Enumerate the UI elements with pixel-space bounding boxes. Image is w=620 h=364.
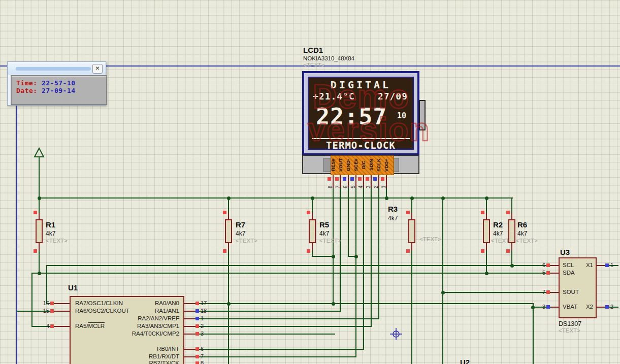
wire-segment[interactable] [228, 250, 229, 364]
wire-segment[interactable] [378, 188, 379, 319]
close-icon[interactable]: ✕ [92, 64, 103, 74]
resistor-ref[interactable]: R7 [236, 220, 245, 229]
wire-segment[interactable] [348, 188, 349, 257]
junction-dot [441, 291, 445, 294]
wire-segment[interactable] [228, 198, 229, 213]
pin-stub [228, 243, 229, 250]
wire-segment[interactable] [486, 250, 487, 274]
resistor-body[interactable] [508, 219, 515, 243]
pin-stub [551, 265, 559, 266]
u3-pin-label: X1 [574, 262, 593, 268]
resistor-body[interactable] [225, 219, 232, 243]
wire-segment[interactable] [312, 198, 313, 213]
wire-segment[interactable] [194, 334, 335, 335]
pin-tag [195, 324, 199, 328]
resistor-ref[interactable]: R3 [388, 205, 398, 213]
pin-tag [34, 249, 37, 253]
wire-segment[interactable] [194, 349, 364, 350]
resistor-ref[interactable]: R1 [46, 220, 55, 229]
resistor-placeholder: <TEXT> [319, 238, 341, 244]
wire-segment[interactable] [194, 318, 379, 319]
pin-tag [307, 211, 310, 214]
resistor-ref[interactable]: R6 [517, 220, 527, 229]
wire-segment[interactable] [39, 250, 40, 274]
wire-segment[interactable] [442, 198, 443, 364]
pin-tag [50, 324, 54, 328]
wire-segment[interactable] [39, 157, 40, 198]
pin-tag [195, 347, 199, 351]
pin-stub [411, 243, 412, 250]
date-label: Date: [16, 87, 38, 94]
u1-pin-label: RA3/AN3/CMP1 [89, 323, 179, 329]
wire-segment[interactable] [411, 198, 412, 213]
wire-segment[interactable] [442, 292, 551, 293]
u3-pin-number: 3 [535, 304, 545, 310]
wire-segment[interactable] [39, 198, 40, 213]
wire-segment[interactable] [411, 250, 412, 364]
pin-stub [312, 213, 313, 220]
resistor-value: 4k7 [319, 230, 329, 237]
junction-dot [531, 306, 535, 309]
power-terminal-icon[interactable] [33, 147, 45, 159]
wire-segment[interactable] [31, 273, 32, 327]
popup-title-decoration [16, 67, 91, 71]
resistor-ref[interactable]: R2 [493, 220, 503, 229]
resistor-value: 4k7 [493, 230, 503, 237]
pin-stub [551, 292, 559, 293]
resistor-body[interactable] [36, 219, 43, 243]
wire-segment[interactable] [371, 188, 372, 327]
wire-segment[interactable] [340, 188, 341, 312]
pin-tag [481, 211, 484, 214]
u1-ref-label[interactable]: U1 [68, 283, 78, 292]
wire-segment[interactable] [312, 256, 334, 257]
u1-pin-number: 4 [37, 323, 49, 329]
u1-pin-number: 7 [201, 353, 204, 359]
u1-pin-label: RB2/TX/CK [89, 360, 179, 364]
pin-stub [486, 213, 487, 220]
junction-dot [38, 272, 41, 275]
wire-segment[interactable] [46, 265, 551, 266]
u3-ref-label[interactable]: U3 [560, 248, 570, 256]
pin-tag [366, 177, 369, 181]
pin-stub [39, 213, 40, 220]
wire-segment[interactable] [194, 356, 356, 357]
lcd-text-placeholder: <TEXT> [303, 62, 325, 68]
pin-tag [481, 249, 484, 253]
wire-segment[interactable] [486, 198, 487, 213]
pin-tag [506, 211, 510, 214]
resistor-body[interactable] [408, 219, 415, 243]
wire-segment[interactable] [533, 304, 534, 364]
u1-pin-number: 8 [201, 360, 204, 364]
u3-pin-label: SDA [563, 270, 575, 276]
pin-stub [184, 334, 194, 335]
time-label: Time: [16, 79, 38, 87]
resistor-placeholder: <TEXT> [236, 238, 257, 244]
junction-dot [485, 272, 488, 275]
u3-pin-number: 7 [535, 289, 545, 295]
wire-segment[interactable] [194, 326, 372, 327]
junction-dot [332, 302, 335, 306]
resistor-value: 4k7 [517, 230, 527, 237]
u2-ref-label[interactable]: U2 [460, 358, 470, 364]
resistor-body[interactable] [483, 219, 490, 243]
junction-dot [510, 264, 514, 268]
junction-dot [38, 196, 41, 200]
resistor-body[interactable] [309, 219, 316, 243]
wire-segment[interactable] [194, 311, 341, 312]
wire-segment[interactable] [194, 303, 534, 304]
wire-segment[interactable] [355, 188, 356, 357]
resistor-placeholder: <TEXT> [516, 238, 538, 244]
pin-stub [312, 243, 313, 250]
wire-segment[interactable] [31, 273, 551, 274]
wire-segment[interactable] [333, 188, 334, 304]
wire-segment[interactable] [511, 198, 512, 213]
u1-pin-number: 1 [201, 315, 204, 321]
pin-stub [228, 213, 229, 220]
rtc-debug-popup[interactable]: ✕ Time: 22-57-10 Date: 27-09-14 [7, 61, 106, 106]
lcd-ref-label[interactable]: LCD1 [303, 46, 323, 54]
pin-tag [605, 263, 609, 267]
wire-segment[interactable] [46, 265, 47, 304]
pin-tag [328, 177, 331, 181]
resistor-ref[interactable]: R5 [319, 220, 329, 229]
u3-pin-label: SOUT [563, 289, 579, 295]
